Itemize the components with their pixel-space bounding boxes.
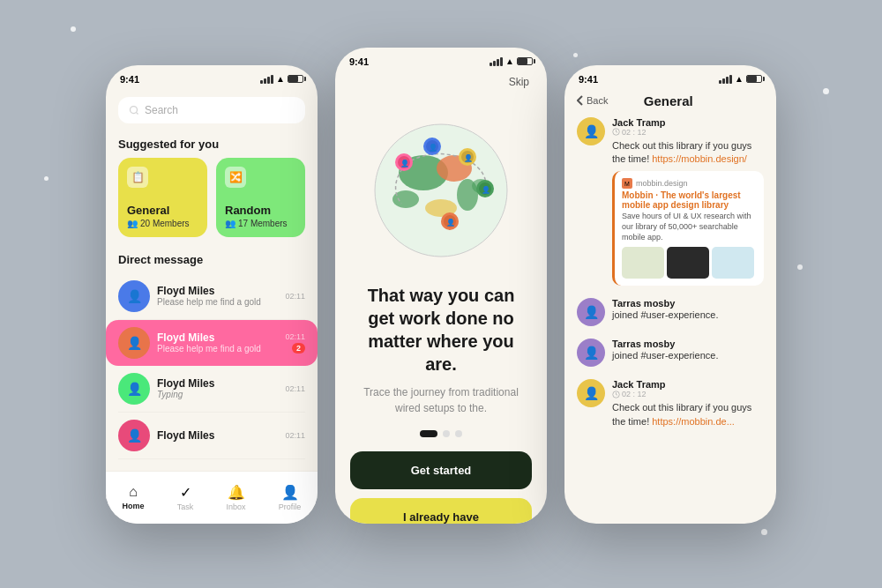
dot-3 [455,430,462,437]
phone-2: 9:41 ▲ Skip [335,48,547,524]
avatar-3: 👤 [118,373,150,405]
dot-2 [443,430,450,437]
nav-profile[interactable]: 👤 Profile [279,484,302,511]
time-2: 9:41 [349,56,369,67]
preview-title: Mobbin · The world's largest mobile app … [622,190,757,210]
onboarding-content: Skip 👤 [335,71,547,524]
preview-img-2 [667,247,709,279]
status-icons-3: ▲ [719,74,762,84]
dm-meta-4: 02:11 [285,431,305,440]
skip-button[interactable]: Skip [491,71,547,93]
chat-messages: 👤 Jack Tramp 02 : 12 Check out this libr… [564,117,776,488]
avatar-1: 👤 [118,280,150,312]
task-label: Task [177,502,194,511]
status-bar-3: 9:41 ▲ [564,65,776,88]
dm-meta-1: 02:11 [285,292,305,301]
msg-author-jack-2: Jack Tramp [612,379,764,390]
mobbin-link[interactable]: https://mobbin.design/ [652,153,747,164]
general-icon: 📋 [127,167,148,188]
avatar-jack-1: 👤 [577,117,605,145]
inbox-icon: 🔔 [228,484,245,501]
preview-images [622,247,757,279]
get-started-button[interactable]: Get started [350,451,532,489]
general-name: General [127,204,198,217]
dm-info-3: Floyd Miles Typing [157,377,278,399]
search-bar[interactable]: Search [118,97,305,123]
profile-icon: 👤 [281,484,299,501]
avatar-tarras-1: 👤 [577,298,605,326]
dm-title: Direct message [106,248,318,273]
card-general[interactable]: 📋 General 👥 20 Members [118,158,207,237]
suggested-cards: 📋 General 👥 20 Members 🔀 Random 👥 17 Mem… [106,158,318,248]
dm-item-2[interactable]: 👤 Floyd Miles Please help me find a gold… [106,320,318,366]
bottom-nav: ⌂ Home ✓ Task 🔔 Inbox 👤 Profile [106,471,318,524]
back-button[interactable]: Back [577,95,608,106]
random-icon: 🔀 [225,167,246,188]
unread-badge: 2 [292,343,305,354]
dm-meta-3: 02:11 [285,384,305,393]
chat-title: General [617,93,720,108]
dm-info-1: Floyd Miles Please help me find a gold [157,285,278,307]
svg-text:👤: 👤 [400,159,409,167]
wifi-icon-2: ▲ [505,56,514,66]
onboarding-headline: That way you can get work done no matter… [360,284,522,376]
msg-author-tarras-2: Tarras mosby [612,339,764,349]
search-placeholder: Search [145,104,178,116]
status-icons-2: ▲ [490,56,533,66]
msg-text-jack-2: Check out this library if you guys the t… [612,401,764,428]
preview-img-1 [622,247,664,279]
phone-3: 9:41 ▲ Back General 👤 Jack [564,65,776,524]
svg-text:👤: 👤 [429,143,437,152]
dm-list: 👤 Floyd Miles Please help me find a gold… [106,273,318,459]
dm-item-3[interactable]: 👤 Floyd Miles Typing 02:11 [118,366,305,413]
general-members: 👥 20 Members [127,219,198,228]
random-members: 👥 17 Members [225,219,296,228]
svg-text:👤: 👤 [464,153,473,162]
time-1: 9:41 [120,74,139,85]
onboarding-text: That way you can get work done no matter… [335,284,547,416]
msg-author-tarras-1: Tarras mosby [612,298,764,309]
nav-task[interactable]: ✓ Task [177,484,194,511]
nav-home[interactable]: ⌂ Home [123,484,145,510]
link-preview: M mobbin.design Mobbin · The world's lar… [612,171,764,286]
msg-body-jack-1: Jack Tramp 02 : 12 Check out this librar… [612,117,764,287]
system-msg-tarras-1: 👤 Tarras mosby joined #user-experience. [577,298,764,326]
msg-text-tarras-2: joined #user-experience. [612,349,764,362]
dm-item-4[interactable]: 👤 Floyd Miles 02:11 [118,413,305,459]
wifi-icon-3: ▲ [735,74,744,84]
profile-label: Profile [279,502,302,511]
system-msg-tarras-2: 👤 Tarras mosby joined #user-experience. [577,339,764,367]
suggested-title: Suggested for you [106,132,318,158]
status-bar-1: 9:41 ▲ [106,65,318,88]
msg-text-jack-1: Check out this library if you guys the t… [612,139,764,167]
msg-body-jack-2: Jack Tramp 02 : 12 Check out this librar… [612,379,764,428]
wifi-icon: ▲ [276,74,285,84]
globe-svg: 👤 👤 👤 👤 👤 [353,93,529,270]
status-icons-1: ▲ [260,74,303,84]
inbox-label: Inbox [227,502,246,511]
message-jack-2: 👤 Jack Tramp 02 : 12 Check out this libr… [577,379,764,428]
globe-illustration: 👤 👤 👤 👤 👤 [353,93,529,270]
svg-text:👤: 👤 [446,218,455,227]
avatar-tarras-2: 👤 [577,339,605,367]
avatar-2: 👤 [118,327,150,359]
phone-1: 9:41 ▲ Search Suggested for you 📋 Genera… [106,65,318,524]
already-have-one-button[interactable]: I already have one [350,498,532,524]
dot-1 [420,430,437,437]
progress-dots [420,430,462,437]
dm-meta-2: 02:11 2 [285,332,305,354]
msg-body-tarras-1: Tarras mosby joined #user-experience. [612,298,764,326]
preview-domain: mobbin.design [636,179,688,188]
card-random[interactable]: 🔀 Random 👥 17 Members [216,158,305,237]
dm-info-2: Floyd Miles Please help me find a gold [157,331,278,354]
svg-text:👤: 👤 [482,185,490,194]
home-icon: ⌂ [129,484,138,500]
avatar-jack-2: 👤 [577,379,605,407]
back-chevron-icon [577,95,584,106]
dm-item-1[interactable]: 👤 Floyd Miles Please help me find a gold… [118,273,305,320]
msg-time-jack-1: 02 : 12 [612,128,764,137]
mobbin-link-2[interactable]: https://mobbin.de... [652,416,735,427]
nav-inbox[interactable]: 🔔 Inbox [227,484,246,511]
home-label: Home [123,502,145,510]
time-3: 9:41 [579,74,598,85]
